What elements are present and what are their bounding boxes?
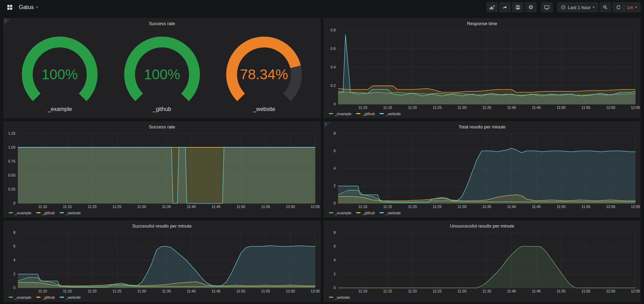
legend-series-label: _website [386, 112, 401, 116]
legend-item[interactable]: _website [60, 295, 81, 299]
svg-text:11:15: 11:15 [383, 205, 392, 209]
svg-text:11:35: 11:35 [482, 289, 491, 293]
legend-series-label: _website [66, 211, 81, 215]
legend-item[interactable]: _example [329, 211, 352, 215]
svg-text:100%: 100% [42, 66, 78, 82]
svg-text:11:55: 11:55 [581, 289, 590, 293]
svg-text:2: 2 [334, 184, 336, 188]
svg-text:0: 0 [334, 201, 336, 205]
chart-area[interactable]: 11:1011:1511:2011:2511:3011:3511:4011:45… [324, 131, 641, 210]
gauge-arc: 100% [112, 33, 212, 107]
panel-title: Response time [324, 18, 641, 27]
save-dashboard-button[interactable] [512, 2, 524, 12]
dashboard-settings-button[interactable]: ⚙ [525, 2, 536, 12]
svg-text:11:30: 11:30 [458, 106, 467, 110]
svg-text:11:15: 11:15 [63, 205, 72, 209]
legend-marker [60, 297, 64, 298]
svg-text:4: 4 [334, 258, 336, 262]
time-range-picker-button[interactable]: Last 1 hour ▾ [557, 2, 598, 12]
cycle-view-mode-button[interactable] [541, 2, 552, 12]
svg-text:11:30: 11:30 [458, 289, 467, 293]
panel-unsuccessful-results: Unsuccessful results per minute 11:1011:… [324, 221, 641, 302]
legend-marker [329, 297, 333, 298]
share-dashboard-button[interactable] [499, 2, 511, 12]
svg-text:11:55: 11:55 [581, 106, 590, 110]
add-panel-button[interactable] [486, 2, 498, 12]
legend-series-label: _github [362, 112, 375, 116]
legend-marker [9, 212, 13, 213]
svg-text:11:35: 11:35 [162, 205, 171, 209]
svg-text:11:40: 11:40 [507, 106, 516, 110]
svg-text:11:20: 11:20 [408, 289, 417, 293]
chart-area[interactable]: 11:1011:1511:2011:2511:3011:3511:4011:45… [4, 131, 320, 210]
svg-text:78.34%: 78.34% [240, 66, 288, 82]
legend-item[interactable]: _example [329, 112, 352, 116]
chart-area[interactable]: 11:1011:1511:2011:2511:3011:3511:4011:45… [4, 230, 320, 294]
save-icon [515, 5, 520, 10]
legend-series-label: _example [15, 211, 31, 215]
response-time-chart-canvas: 11:1011:1511:2011:2511:3011:3511:4011:45… [325, 27, 639, 111]
panel-info-icon[interactable]: i [324, 122, 331, 129]
svg-text:11:30: 11:30 [458, 205, 467, 209]
legend-marker [356, 212, 360, 213]
svg-text:11:40: 11:40 [507, 289, 516, 293]
legend-item[interactable]: _github [356, 211, 375, 215]
svg-text:0: 0 [13, 201, 15, 205]
navbar: Gatus ▾ ⚙ Last 1 hou [0, 0, 644, 15]
time-controls-group: Last 1 hour ▾ 1m ▾ [557, 2, 641, 12]
svg-text:11:45: 11:45 [212, 205, 221, 209]
gauge-label: _website [253, 106, 275, 112]
legend-item[interactable]: _github [36, 295, 55, 299]
monitor-icon [544, 5, 549, 10]
svg-text:11:50: 11:50 [556, 205, 565, 209]
time-range-label: Last 1 hour [568, 5, 591, 10]
svg-text:11:50: 11:50 [556, 106, 565, 110]
chart-area[interactable]: 11:1011:1511:2011:2511:3011:3511:4011:45… [324, 230, 641, 294]
chevron-down-icon: ▾ [36, 6, 38, 9]
svg-text:11:20: 11:20 [88, 289, 97, 293]
gauge: 100%_github [112, 33, 212, 112]
chart-legend: _website [324, 294, 641, 302]
legend-item[interactable]: _example [9, 295, 31, 299]
chart-legend: _example_github_website [4, 210, 320, 217]
legend-item[interactable]: _github [36, 211, 55, 215]
legend-item[interactable]: _website [380, 112, 401, 116]
legend-item[interactable]: _github [356, 112, 375, 116]
dashboard-title: Gatus [19, 4, 34, 10]
legend-marker [9, 297, 13, 298]
svg-text:8: 8 [13, 231, 15, 235]
legend-item[interactable]: _website [329, 295, 350, 299]
refresh-icon [616, 5, 621, 10]
svg-text:0.25: 0.25 [8, 187, 16, 191]
panel-title: Successful results per minute [4, 221, 320, 230]
legend-item[interactable]: _example [9, 211, 31, 215]
svg-text:0.75: 0.75 [8, 160, 16, 163]
legend-series-label: _github [42, 211, 55, 215]
svg-text:11:20: 11:20 [88, 205, 97, 209]
dashboard-title-dropdown[interactable]: Gatus ▾ [19, 4, 38, 10]
svg-text:11:25: 11:25 [433, 106, 442, 110]
svg-text:11:55: 11:55 [261, 289, 270, 293]
legend-series-label: _website [335, 295, 350, 299]
legend-item[interactable]: _website [60, 211, 81, 215]
legend-item[interactable]: _website [380, 211, 401, 215]
gear-icon: ⚙ [528, 5, 533, 10]
svg-text:12:00: 12:00 [286, 205, 295, 209]
chart-area[interactable]: 11:1011:1511:2011:2511:3011:3511:4011:45… [324, 27, 641, 111]
refresh-interval-button[interactable]: 1m ▾ [613, 2, 641, 12]
svg-text:0.6: 0.6 [330, 47, 336, 51]
svg-text:11:50: 11:50 [236, 205, 246, 209]
legend-series-label: _github [362, 211, 375, 215]
dashboard-actions-group: ⚙ [486, 2, 536, 12]
panel-info-icon[interactable]: i [4, 18, 11, 25]
panel-title: Unsuccessful results per minute [324, 221, 641, 230]
svg-text:11:25: 11:25 [433, 205, 442, 209]
dashboards-grid-icon-button[interactable] [4, 2, 15, 12]
chart-legend: _example_github_website [324, 210, 641, 217]
chevron-down-icon: ▾ [593, 6, 594, 9]
svg-text:11:40: 11:40 [187, 205, 196, 209]
legend-marker [356, 113, 360, 114]
dashboards-grid-icon [7, 5, 13, 10]
panel-title: Total results per minute [324, 122, 641, 131]
zoom-out-time-button[interactable] [600, 2, 611, 12]
